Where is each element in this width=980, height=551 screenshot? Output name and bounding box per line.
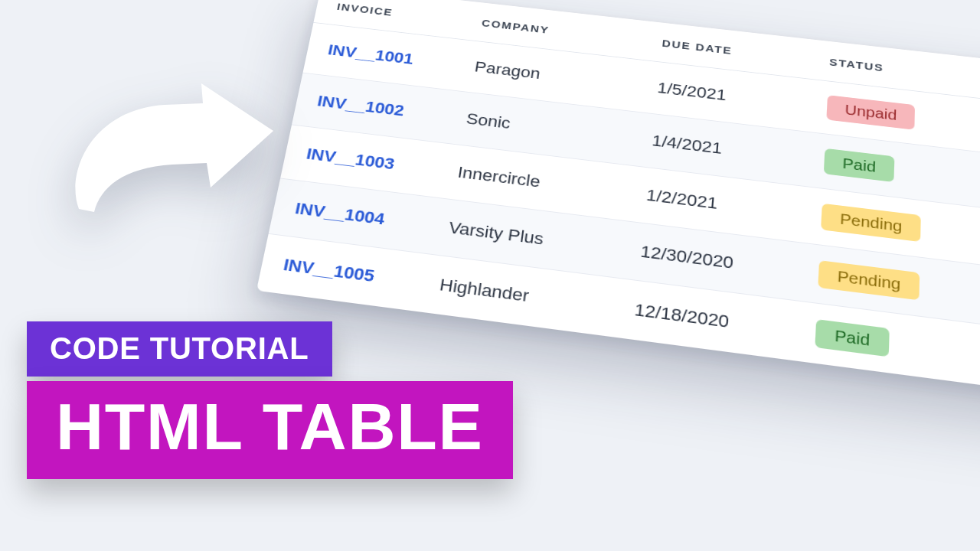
- invoice-table-card: Invoice Company Due Date Status Amoun IN…: [256, 0, 980, 409]
- invoice-link[interactable]: INV__1004: [293, 199, 386, 228]
- invoice-link[interactable]: INV__1003: [305, 145, 396, 173]
- invoice-link[interactable]: INV__1005: [282, 255, 376, 285]
- invoice-link[interactable]: INV__1002: [316, 92, 406, 119]
- caption-title: HTML TABLE: [27, 381, 513, 479]
- status-badge: Pending: [818, 260, 920, 300]
- invoice-link[interactable]: INV__1001: [326, 41, 414, 67]
- status-badge: Paid: [824, 148, 895, 182]
- status-badge: Paid: [815, 319, 890, 357]
- invoice-table: Invoice Company Due Date Status Amoun IN…: [256, 0, 980, 409]
- caption-subtitle: CODE TUTORIAL: [27, 321, 332, 377]
- cell-amount: $1152.35: [977, 324, 980, 409]
- status-badge: Pending: [821, 204, 921, 242]
- status-badge: Unpaid: [826, 95, 915, 130]
